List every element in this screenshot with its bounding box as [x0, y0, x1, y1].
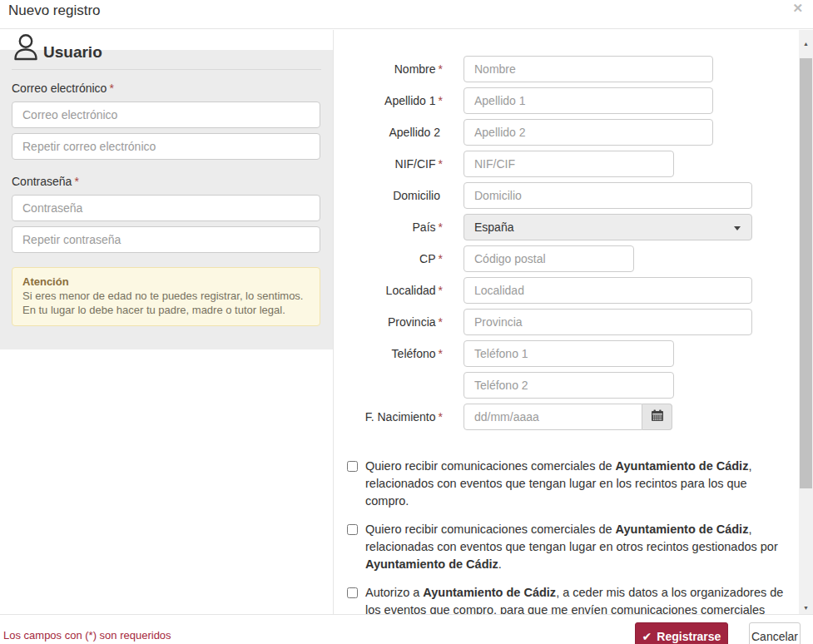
form-row-nif: NIF/CIF*: [334, 151, 799, 177]
personal-data-form: Nombre* Apellido 1* Apellido 2 NIF/CIF* …: [334, 30, 799, 430]
cancel-button[interactable]: Cancelar: [749, 622, 801, 644]
calendar-button[interactable]: [642, 404, 672, 430]
provincia-field[interactable]: [464, 309, 752, 335]
minor-age-warning: Atención Si eres menor de edad no te pue…: [12, 267, 320, 326]
required-mark: *: [74, 175, 78, 188]
email-label: Correo electrónico*: [12, 82, 114, 95]
calendar-icon: [651, 409, 664, 424]
vertical-scrollbar[interactable]: ▲ ▼: [799, 30, 813, 615]
password-label: Contraseña*: [12, 175, 79, 188]
form-row-domicilio: Domicilio: [334, 182, 799, 209]
new-registration-dialog: Nuevo registro ✕ Usuario Correo electrón…: [0, 0, 813, 644]
user-credentials-panel: Usuario Correo electrónico* Contraseña* …: [0, 30, 333, 614]
pais-selected-value: España: [474, 220, 513, 234]
close-icon[interactable]: ✕: [792, 0, 803, 17]
email-field[interactable]: [12, 102, 320, 128]
required-fields-note: Los campos con (*) son requeridos: [3, 629, 171, 642]
personal-data-panel: Nombre* Apellido 1* Apellido 2 NIF/CIF* …: [334, 30, 799, 614]
scrollbar-up-icon[interactable]: ▲: [799, 37, 813, 51]
nacimiento-label: F. Nacimiento*: [334, 404, 443, 430]
dialog-header: Nuevo registro ✕: [0, 0, 813, 29]
telefono-label: Teléfono*: [334, 340, 443, 367]
telefono2-label: [334, 372, 443, 399]
pais-select[interactable]: España: [464, 214, 752, 240]
scrollbar-down-icon[interactable]: ▼: [799, 601, 813, 615]
form-row-cp: CP*: [334, 245, 799, 272]
form-row-localidad: Localidad*: [334, 277, 799, 304]
form-row-provincia: Provincia*: [334, 309, 799, 335]
form-row-nacimiento: F. Nacimiento*: [334, 404, 799, 430]
domicilio-label: Domicilio: [334, 182, 443, 209]
form-row-nombre: Nombre*: [334, 56, 799, 82]
dialog-footer: Los campos con (*) son requeridos ✔Regis…: [0, 614, 813, 644]
consent-venue-label: Quiero recibir comunicaciones comerciale…: [365, 458, 787, 510]
domicilio-field[interactable]: [464, 182, 752, 209]
scrollbar-thumb[interactable]: [800, 58, 812, 488]
consent-other-venues-label: Quiero recibir comunicaciones comerciale…: [365, 521, 787, 573]
email-repeat-field[interactable]: [12, 133, 320, 160]
telefono2-field[interactable]: [464, 372, 674, 399]
consent-row-other-venues: Quiero recibir comunicaciones comerciale…: [347, 521, 787, 573]
pais-label: País*: [334, 214, 443, 240]
provincia-label: Provincia*: [334, 309, 443, 335]
consent-row-data-sharing: Autorizo a Ayuntamiento de Cádiz, a cede…: [347, 584, 787, 614]
nif-field[interactable]: [464, 151, 674, 177]
apellido1-field[interactable]: [464, 87, 713, 114]
nombre-label: Nombre*: [334, 56, 443, 82]
password-repeat-field[interactable]: [12, 226, 320, 253]
apellido2-field[interactable]: [464, 119, 713, 146]
form-row-telefono2: [334, 372, 799, 399]
form-row-telefono1: Teléfono*: [334, 340, 799, 367]
consent-row-venue: Quiero recibir comunicaciones comerciale…: [347, 458, 787, 510]
user-section-heading: Usuario: [43, 43, 102, 62]
consent-data-sharing-label: Autorizo a Ayuntamiento de Cádiz, a cede…: [365, 584, 787, 614]
section-divider: [12, 69, 321, 70]
consent-other-venues-checkbox[interactable]: [347, 524, 358, 535]
localidad-field[interactable]: [464, 277, 752, 304]
consent-section: Quiero recibir comunicaciones comerciale…: [334, 458, 799, 614]
nif-label: NIF/CIF*: [334, 151, 443, 177]
warning-title: Atención: [22, 275, 310, 288]
warning-text: Si eres menor de edad no te puedes regis…: [22, 289, 310, 317]
apellido2-label: Apellido 2: [334, 119, 443, 146]
consent-data-sharing-checkbox[interactable]: [347, 587, 358, 598]
telefono1-field[interactable]: [464, 340, 674, 367]
cp-label: CP*: [334, 245, 443, 272]
nombre-field[interactable]: [464, 56, 713, 82]
password-field[interactable]: [12, 195, 320, 221]
register-button[interactable]: ✔Registrarse: [635, 622, 728, 644]
form-row-apellido2: Apellido 2: [334, 119, 799, 146]
consent-venue-checkbox[interactable]: [347, 461, 358, 472]
form-row-apellido1: Apellido 1*: [334, 87, 799, 114]
apellido1-label: Apellido 1*: [334, 87, 443, 114]
chevron-down-icon: [734, 226, 741, 230]
nacimiento-field[interactable]: [464, 404, 642, 430]
localidad-label: Localidad*: [334, 277, 443, 304]
check-icon: ✔: [642, 630, 652, 643]
dialog-title: Nuevo registro: [8, 2, 101, 19]
user-icon: [11, 32, 41, 65]
form-row-pais: País* España: [334, 214, 799, 240]
required-mark: *: [109, 82, 113, 95]
cp-field[interactable]: [464, 245, 634, 272]
